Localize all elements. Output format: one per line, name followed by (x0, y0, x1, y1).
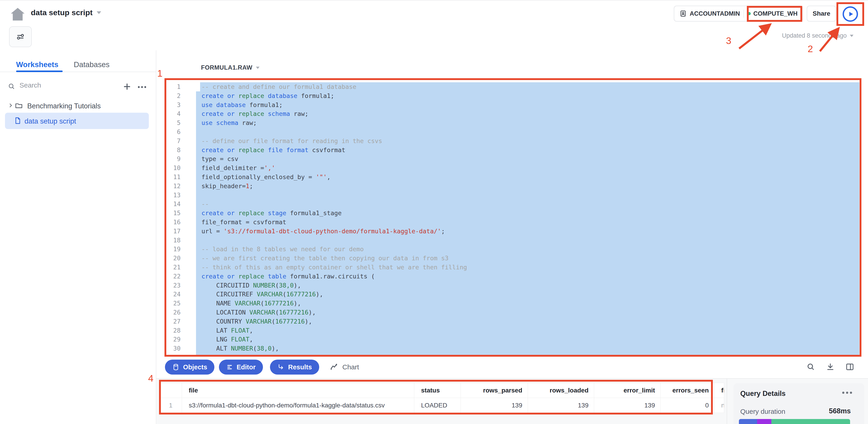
code-line[interactable]: 27 COUNTRY VARCHAR(16777216), (157, 317, 868, 326)
code-text: NAME VARCHAR(16777216), (196, 299, 859, 308)
code-line[interactable]: 30 ALT NUMBER(38,0), (157, 344, 868, 353)
gutter-gap (181, 308, 196, 317)
code-line[interactable]: 24 CIRCUITREF VARCHAR(16777216), (157, 290, 868, 299)
split-view-icon (845, 362, 855, 371)
gutter-gap (181, 218, 196, 227)
line-number: 28 (157, 326, 181, 335)
line-number: 20 (157, 254, 181, 263)
gutter-gap (181, 208, 196, 218)
code-text: -- think of this as an empty container o… (196, 263, 859, 272)
column-header[interactable]: rows_parsed (461, 383, 528, 398)
results-button[interactable]: Results (270, 360, 319, 374)
code-line[interactable]: 26 LOCATION VARCHAR(16777216), (157, 308, 868, 317)
code-line[interactable]: 19-- load in the 8 tables we need for ou… (157, 244, 868, 254)
line-number: 2 (157, 91, 181, 100)
code-line[interactable]: 20-- we are first creating the table the… (157, 254, 868, 263)
ellipsis-icon[interactable] (842, 391, 852, 394)
editor-button[interactable]: Editor (219, 360, 263, 374)
gutter-gap (181, 326, 196, 335)
snowsight-app: data setup script ACCOUNTADMIN COMPUTE_W… (0, 0, 868, 424)
share-button[interactable]: Share (807, 6, 836, 22)
column-header[interactable]: rows_loaded (528, 383, 594, 398)
table-cell: LOADED (414, 398, 461, 413)
line-number: 19 (157, 244, 181, 254)
gutter-gap (181, 127, 196, 136)
gutter-gap (181, 163, 196, 172)
code-line[interactable]: 6 (157, 127, 868, 136)
gutter-gap (181, 281, 196, 290)
sidebar-item-data-setup-script[interactable]: data setup script (25, 117, 76, 125)
code-text: skip_header=1; (196, 182, 859, 191)
sql-editor[interactable]: 1-- create and define our formula1 datab… (157, 82, 868, 356)
code-text: -- (196, 199, 859, 208)
tab-databases[interactable]: Databases (74, 60, 110, 69)
editor-context-selector[interactable]: FORMULA1.RAW (201, 64, 259, 71)
split-view-button[interactable] (845, 362, 855, 372)
line-number: 18 (157, 236, 181, 245)
code-line[interactable]: 8create or replace file format csvformat (157, 145, 868, 155)
column-header[interactable]: file (182, 383, 414, 398)
code-line[interactable]: 12skip_header=1; (157, 182, 868, 191)
gutter-gap (181, 236, 196, 245)
column-header[interactable]: fi (714, 383, 724, 398)
ellipsis-icon[interactable] (137, 84, 147, 90)
annotation-label-1: 1 (157, 68, 162, 79)
code-text: CIRCUITREF VARCHAR(16777216), (196, 290, 859, 299)
code-line[interactable]: 4create or replace schema raw; (157, 109, 868, 118)
code-line[interactable]: 31 URL VARCHAR(16777216), (157, 353, 868, 356)
plus-icon[interactable] (123, 82, 132, 91)
line-number: 24 (157, 290, 181, 299)
line-number: 30 (157, 344, 181, 353)
code-line[interactable]: 9type = csv (157, 154, 868, 163)
search-input[interactable] (19, 81, 106, 89)
worksheet-config-button[interactable] (9, 26, 32, 47)
tab-worksheets[interactable]: Worksheets (16, 60, 58, 69)
line-number: 26 (157, 308, 181, 317)
context-selector[interactable]: ACCOUNTADMIN COMPUTE_WH (674, 6, 803, 22)
gutter-gap (181, 254, 196, 263)
code-line[interactable]: 23 CIRCUITID NUMBER(38,0), (157, 281, 868, 290)
gutter-gap (181, 100, 196, 109)
run-button[interactable] (843, 6, 858, 22)
column-header[interactable]: error_limit (594, 383, 661, 398)
chart-toggle[interactable]: Chart (330, 361, 359, 373)
code-line[interactable]: 25 NAME VARCHAR(16777216), (157, 299, 868, 308)
code-line[interactable]: 29 LNG FLOAT, (157, 335, 868, 344)
code-line[interactable]: 5use schema raw; (157, 118, 868, 127)
download-results-button[interactable] (825, 362, 835, 372)
chevron-right-icon[interactable] (7, 102, 14, 109)
code-text: LNG FLOAT, (196, 335, 859, 344)
home-icon (8, 5, 27, 25)
table-row[interactable]: 1s3://formula1-dbt-cloud-python-demo/for… (160, 398, 724, 413)
code-line[interactable]: 28 LAT FLOAT, (157, 326, 868, 335)
home-button[interactable] (8, 5, 27, 25)
code-line[interactable]: 10field_delimiter =',' (157, 163, 868, 172)
code-line[interactable]: 17url = 's3://formula1-dbt-cloud-python-… (157, 227, 868, 236)
objects-button[interactable]: Objects (165, 360, 214, 374)
code-line[interactable]: 1-- create and define our formula1 datab… (157, 82, 868, 91)
code-line[interactable]: 14-- (157, 199, 868, 208)
gutter-gap (181, 317, 196, 326)
code-line[interactable]: 21-- think of this as an empty container… (157, 263, 868, 272)
code-line[interactable]: 3use database formula1; (157, 100, 868, 109)
annotation-label-2: 2 (808, 43, 813, 55)
code-text (196, 127, 859, 136)
sidebar-folder-benchmarking-tutorials[interactable]: Benchmarking Tutorials (27, 102, 101, 110)
column-header[interactable]: errors_seen (661, 383, 714, 398)
code-text: create or replace file format csvformat (196, 145, 859, 155)
code-line[interactable]: 18 (157, 236, 868, 245)
code-line[interactable]: 13 (157, 191, 868, 200)
code-line[interactable]: 22create or replace table formula1.raw.c… (157, 272, 868, 281)
editor-label: Editor (237, 363, 256, 371)
code-line[interactable]: 2create or replace database formula1; (157, 91, 868, 100)
code-line[interactable]: 16file_format = csvformat (157, 218, 868, 227)
updated-status[interactable]: Updated 8 seconds ago (782, 32, 854, 39)
chevron-down-icon (256, 67, 259, 69)
code-line[interactable]: 11field_optionally_enclosed_by = '"', (157, 172, 868, 182)
column-header[interactable]: status (414, 383, 461, 398)
worksheet-title[interactable]: data setup script (31, 8, 101, 17)
table-cell: 139 (461, 398, 528, 413)
code-line[interactable]: 7-- define our file format for reading i… (157, 136, 868, 145)
search-results-button[interactable] (806, 362, 816, 372)
code-line[interactable]: 15create or replace stage formula1_stage (157, 208, 868, 218)
